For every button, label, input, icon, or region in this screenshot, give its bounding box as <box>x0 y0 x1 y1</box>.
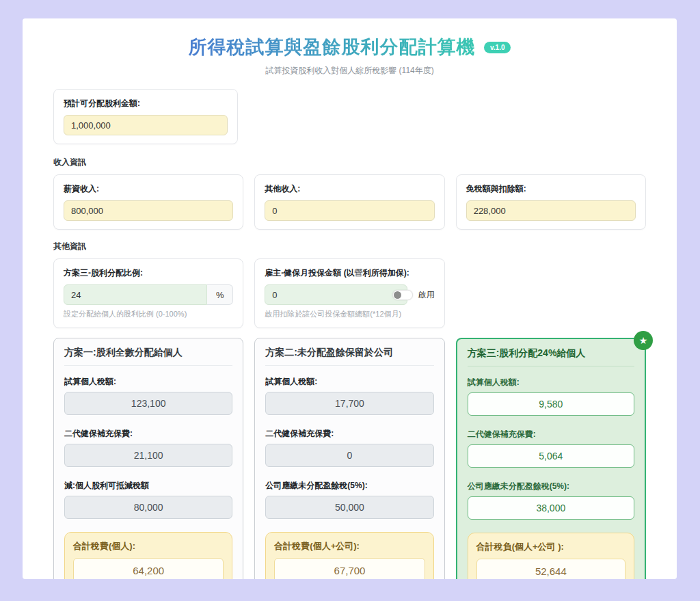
page-title: 所得稅試算與盈餘股利分配計算機 <box>189 35 476 59</box>
plan-2-personal-tax-value: 17,700 <box>265 392 433 415</box>
plan-3-nhi-premium-label: 二代健保補充保費: <box>468 429 634 440</box>
plans-row: 方案一:股利全數分配給個人 試算個人稅額: 123,100 二代健保補充保費: … <box>53 338 646 579</box>
other-info-spacer <box>456 258 646 328</box>
plan-1-credit-value: 80,000 <box>64 496 232 519</box>
main-container: 所得稅試算與盈餘股利分配計算機 v.1.0 試算投資股利收入對個人綜所稅影響 (… <box>23 18 677 579</box>
plan-3-total-value: 52,644 <box>476 559 625 579</box>
dividend-amount-card: 預計可分配股利金額: <box>53 89 238 144</box>
insurance-amount-label: 雇主-健保月投保金額 (以營利所得加保): <box>265 267 434 279</box>
plan-2-total-box: 合計稅費(個人+公司): 67,700 <box>265 532 433 579</box>
salary-income-card: 薪資收入: <box>53 174 243 230</box>
exemption-deduction-input[interactable] <box>466 200 636 221</box>
plan-1-personal-tax-label: 試算個人稅額: <box>64 376 232 388</box>
star-badge: ★ <box>634 331 653 350</box>
plan-1-total-value: 64,200 <box>73 558 224 579</box>
salary-income-label: 薪資收入: <box>64 183 233 195</box>
other-income-label: 其他收入: <box>265 183 434 195</box>
plan-card-2: 方案二:未分配盈餘保留於公司 試算個人稅額: 17,700 二代健保補充保費: … <box>254 338 444 579</box>
other-info-row: 方案三-股利分配比例: % 設定分配給個人的股利比例 (0-100%) 雇主-健… <box>53 258 646 328</box>
toggle-knob-icon <box>394 291 401 299</box>
plan-3-personal-tax-value: 9,580 <box>468 392 634 416</box>
plan-3-title: 方案三:股利分配24%給個人 <box>468 347 634 366</box>
plan-2-total-label: 合計稅費(個人+公司): <box>274 540 425 552</box>
exemption-deduction-card: 免稅額與扣除額: <box>456 174 646 230</box>
plan-1-total-box: 合計稅費(個人): 64,200 <box>64 532 232 579</box>
dividend-ratio-hint: 設定分配給個人的股利比例 (0-100%) <box>64 309 233 319</box>
version-badge: v.1.0 <box>484 42 511 53</box>
plan-1-title: 方案一:股利全數分配給個人 <box>64 347 232 366</box>
insurance-amount-card: 雇主-健保月投保金額 (以營利所得加保): 啟用 啟用扣除於該公司投保金額總額(… <box>254 258 444 328</box>
plan-1-total-label: 合計稅費(個人): <box>73 540 224 552</box>
income-section-heading: 收入資訊 <box>53 157 646 168</box>
page-subtitle: 試算投資股利收入對個人綜所稅影響 (114年度) <box>53 65 646 77</box>
income-row: 薪資收入: 其他收入: 免稅額與扣除額: <box>53 174 646 230</box>
plan-2-title: 方案二:未分配盈餘保留於公司 <box>265 347 433 366</box>
page-header: 所得稅試算與盈餘股利分配計算機 v.1.0 試算投資股利收入對個人綜所稅影響 (… <box>53 35 646 77</box>
plan-1-nhi-premium-value: 21,100 <box>64 444 232 467</box>
enable-toggle-label: 啟用 <box>418 289 435 301</box>
other-income-input[interactable] <box>265 200 434 221</box>
plan-2-total-value: 67,700 <box>274 558 425 579</box>
dividend-amount-input[interactable] <box>64 115 228 135</box>
plan-card-1: 方案一:股利全數分配給個人 試算個人稅額: 123,100 二代健保補充保費: … <box>53 338 243 579</box>
plan-2-retained-tax-label: 公司應繳未分配盈餘稅(5%): <box>265 480 433 492</box>
plan-3-total-label: 合計稅負(個人+公司 ): <box>476 541 625 553</box>
plan-2-retained-tax-value: 50,000 <box>265 496 433 519</box>
enable-toggle[interactable] <box>392 290 413 300</box>
plan-3-retained-tax-label: 公司應繳未分配盈餘稅(5%): <box>468 481 634 492</box>
plan-3-personal-tax-label: 試算個人稅額: <box>468 377 634 388</box>
dividend-ratio-input[interactable] <box>64 284 207 305</box>
percent-suffix: % <box>207 284 233 305</box>
plan-1-credit-label: 減:個人股利可抵減稅額 <box>64 480 232 492</box>
salary-income-input[interactable] <box>64 200 233 221</box>
plan-3-retained-tax-value: 38,000 <box>468 496 634 520</box>
other-section-heading: 其他資訊 <box>53 241 646 252</box>
dividend-ratio-label: 方案三-股利分配比例: <box>64 267 233 279</box>
plan-2-personal-tax-label: 試算個人稅額: <box>265 376 433 388</box>
plan-1-nhi-premium-label: 二代健保補充保費: <box>64 428 232 440</box>
insurance-amount-hint: 啟用扣除於該公司投保金額總額(*12個月) <box>265 309 434 319</box>
dividend-amount-label: 預計可分配股利金額: <box>64 98 228 109</box>
exemption-deduction-label: 免稅額與扣除額: <box>466 183 636 195</box>
dividend-ratio-card: 方案三-股利分配比例: % 設定分配給個人的股利比例 (0-100%) <box>53 258 243 328</box>
plan-2-nhi-premium-value: 0 <box>265 444 433 467</box>
star-icon: ★ <box>639 335 648 346</box>
plan-card-3-recommended: ★ 方案三:股利分配24%給個人 試算個人稅額: 9,580 二代健保補充保費:… <box>456 338 646 579</box>
insurance-amount-input[interactable] <box>265 284 407 305</box>
plan-3-total-box: 合計稅負(個人+公司 ): 52,644 <box>468 533 634 579</box>
plan-3-nhi-premium-value: 5,064 <box>468 444 634 468</box>
plan-1-personal-tax-value: 123,100 <box>64 392 232 415</box>
plan-2-nhi-premium-label: 二代健保補充保費: <box>265 428 433 440</box>
other-income-card: 其他收入: <box>254 174 444 230</box>
